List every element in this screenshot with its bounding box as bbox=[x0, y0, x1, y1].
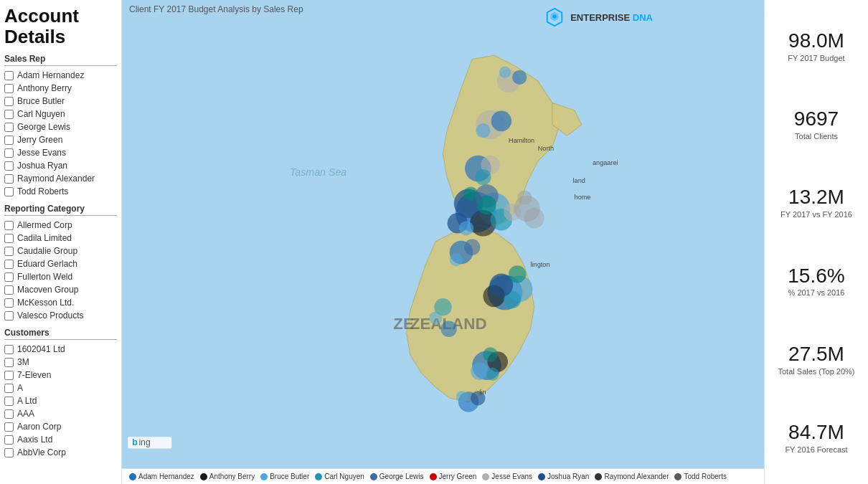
customer-checkbox[interactable] bbox=[4, 384, 14, 393]
reporting-category-checkbox[interactable] bbox=[4, 285, 14, 295]
legend-item: Adam Hernandez bbox=[129, 473, 194, 480]
customer-item[interactable]: Aaron Corp bbox=[4, 420, 117, 433]
legend-item: Joshua Ryan bbox=[538, 473, 589, 480]
svg-text:North: North bbox=[538, 145, 554, 152]
stats-panel: 98.0MFY 2017 Budget9697Total Clients13.2… bbox=[764, 0, 868, 484]
legend-label: Jerry Green bbox=[439, 473, 477, 480]
customer-item[interactable]: 3M bbox=[4, 356, 117, 369]
enterprise-dna-icon bbox=[544, 7, 565, 27]
customer-item[interactable]: AAA bbox=[4, 407, 117, 420]
svg-point-33 bbox=[471, 363, 488, 380]
reporting-category-checkbox[interactable] bbox=[4, 311, 14, 321]
customer-checkbox[interactable] bbox=[4, 422, 14, 432]
svg-point-34 bbox=[486, 368, 499, 381]
legend-dot bbox=[482, 473, 489, 480]
customer-item-label: 3M bbox=[17, 357, 29, 367]
reporting-category-item[interactable]: McKesson Ltd. bbox=[4, 296, 117, 309]
tasman-sea-label: Tasman Sea bbox=[290, 166, 346, 178]
reporting-category-item[interactable]: Macoven Group bbox=[4, 283, 117, 296]
reporting-category-checkbox[interactable] bbox=[4, 298, 14, 308]
svg-text:land: land bbox=[573, 177, 585, 184]
sales-rep-checkbox[interactable] bbox=[4, 97, 14, 106]
sales-rep-item[interactable]: Anthony Berry bbox=[4, 82, 117, 95]
customer-checkbox[interactable] bbox=[4, 371, 14, 380]
legend-item: Raymond Alexander bbox=[595, 473, 669, 480]
map-svg: Tasman Sea ZEALAND ZE bbox=[122, 0, 764, 468]
reporting-category-item-label: Cadila Limited bbox=[17, 233, 72, 243]
sales-rep-item[interactable]: George Lewis bbox=[4, 120, 117, 133]
sales-rep-label: Sales Rep bbox=[4, 54, 117, 66]
reporting-category-checkbox[interactable] bbox=[4, 234, 14, 243]
reporting-category-item[interactable]: Caudalie Group bbox=[4, 245, 117, 257]
sales-rep-item-label: Todd Roberts bbox=[17, 186, 68, 196]
sales-rep-item[interactable]: Joshua Ryan bbox=[4, 159, 117, 172]
reporting-category-item[interactable]: Allermed Corp bbox=[4, 219, 117, 232]
legend-dot bbox=[674, 473, 681, 480]
sales-rep-item[interactable]: Carl Nguyen bbox=[4, 108, 117, 120]
sales-rep-checkbox[interactable] bbox=[4, 84, 14, 93]
legend-item: Bruce Butler bbox=[260, 473, 309, 480]
customer-item[interactable]: Aaxis Ltd bbox=[4, 433, 117, 446]
sales-rep-checkbox[interactable] bbox=[4, 174, 14, 184]
stat-value: 27.5M bbox=[770, 343, 862, 366]
sales-rep-item[interactable]: Bruce Butler bbox=[4, 95, 117, 108]
logo-text: ENTERPRISE DNA bbox=[570, 12, 653, 23]
reporting-category-item[interactable]: Fullerton Weld bbox=[4, 270, 117, 283]
reporting-category-checkbox[interactable] bbox=[4, 272, 14, 282]
stat-value: 98.0M bbox=[770, 30, 862, 52]
svg-point-20 bbox=[475, 169, 491, 185]
legend-bar: Adam HernandezAnthony BerryBruce ButlerC… bbox=[122, 468, 764, 484]
reporting-category-checkbox[interactable] bbox=[4, 260, 14, 269]
legend-dot bbox=[315, 473, 322, 480]
customer-checkbox[interactable] bbox=[4, 345, 14, 354]
reporting-category-item[interactable]: Cadila Limited bbox=[4, 232, 117, 245]
legend-dot bbox=[370, 473, 377, 480]
customer-item[interactable]: AbbVie Corp bbox=[4, 446, 117, 459]
customer-item-label: 1602041 Ltd bbox=[17, 344, 65, 354]
customer-checkbox[interactable] bbox=[4, 409, 14, 419]
customer-checkbox[interactable] bbox=[4, 397, 14, 406]
stat-block: 98.0MFY 2017 Budget bbox=[770, 26, 862, 67]
sales-rep-item[interactable]: Jerry Green bbox=[4, 133, 117, 146]
customer-item-label: A Ltd bbox=[17, 396, 37, 406]
reporting-category-list: Allermed CorpCadila LimitedCaudalie Grou… bbox=[4, 219, 117, 322]
sidebar: Account Details Sales Rep Adam Hernandez… bbox=[0, 0, 122, 484]
svg-point-14 bbox=[476, 123, 490, 138]
svg-point-46 bbox=[524, 208, 544, 228]
reporting-category-item[interactable]: Valesco Products bbox=[4, 309, 117, 322]
sales-rep-checkbox[interactable] bbox=[4, 161, 14, 171]
svg-point-30 bbox=[450, 253, 463, 266]
reporting-category-item-label: McKesson Ltd. bbox=[17, 298, 74, 308]
reporting-category-item-label: Caudalie Group bbox=[17, 246, 77, 256]
sales-rep-item[interactable]: Adam Hernandez bbox=[4, 69, 117, 82]
sales-rep-item[interactable]: Raymond Alexander bbox=[4, 172, 117, 185]
sales-rep-checkbox[interactable] bbox=[4, 71, 14, 80]
sales-rep-item[interactable]: Todd Roberts bbox=[4, 185, 117, 198]
customer-checkbox[interactable] bbox=[4, 448, 14, 457]
legend-item: Jesse Evans bbox=[482, 473, 532, 480]
reporting-category-item[interactable]: Eduard Gerlach bbox=[4, 257, 117, 270]
stat-block: 9697Total Clients bbox=[770, 104, 862, 145]
customer-checkbox[interactable] bbox=[4, 435, 14, 445]
customer-item[interactable]: A bbox=[4, 381, 117, 394]
svg-point-43 bbox=[509, 265, 526, 283]
sales-rep-filter: Sales Rep Adam HernandezAnthony BerryBru… bbox=[4, 54, 117, 198]
sales-rep-checkbox[interactable] bbox=[4, 136, 14, 145]
sales-rep-item-label: Adam Hernandez bbox=[17, 70, 84, 80]
customer-checkbox[interactable] bbox=[4, 358, 14, 367]
sales-rep-checkbox[interactable] bbox=[4, 123, 14, 132]
sales-rep-checkbox[interactable] bbox=[4, 187, 14, 196]
sales-rep-item[interactable]: Jesse Evans bbox=[4, 146, 117, 159]
stat-value: 9697 bbox=[770, 108, 862, 131]
customer-item-label: 7-Eleven bbox=[17, 370, 51, 380]
stat-block: 84.7MFY 2016 Forecast bbox=[770, 417, 862, 458]
sales-rep-checkbox[interactable] bbox=[4, 110, 14, 119]
reporting-category-checkbox[interactable] bbox=[4, 247, 14, 256]
reporting-category-checkbox[interactable] bbox=[4, 221, 14, 230]
sales-rep-checkbox[interactable] bbox=[4, 148, 14, 158]
customer-item[interactable]: 1602041 Ltd bbox=[4, 343, 117, 356]
customer-item[interactable]: 7-Eleven bbox=[4, 369, 117, 381]
svg-point-17 bbox=[499, 67, 511, 78]
sales-rep-item-label: Raymond Alexander bbox=[17, 174, 95, 184]
customer-item[interactable]: A Ltd bbox=[4, 394, 117, 407]
